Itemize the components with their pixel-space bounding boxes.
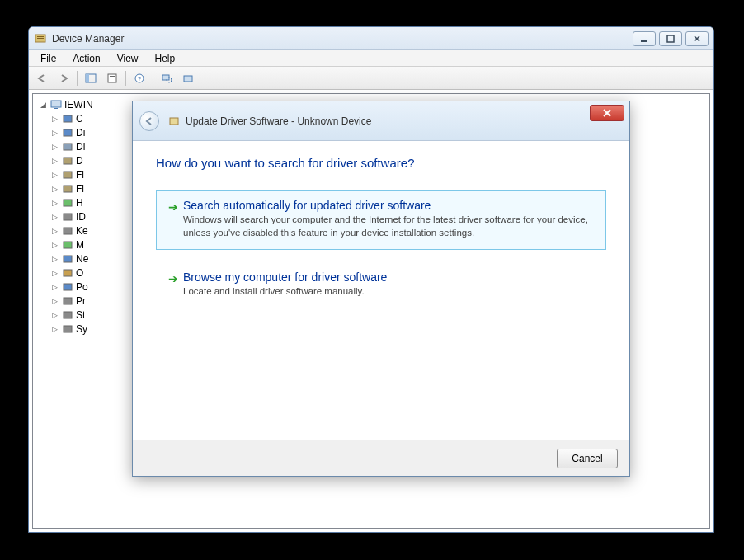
maximize-button[interactable] xyxy=(659,31,682,46)
device-icon xyxy=(167,115,181,128)
option-title: Browse my computer for driver software xyxy=(183,271,594,284)
devmgr-icon xyxy=(34,32,47,45)
svg-rect-30 xyxy=(64,298,72,304)
category-icon xyxy=(61,225,74,237)
tree-node-label: Pr xyxy=(76,295,86,307)
devmgr-title: Device Manager xyxy=(52,33,633,45)
collapse-icon[interactable]: ◢ xyxy=(38,101,48,109)
cancel-button[interactable]: Cancel xyxy=(557,449,618,468)
svg-rect-17 xyxy=(64,115,72,122)
update-driver-wizard: Update Driver Software - Unknown Device … xyxy=(132,101,630,477)
menu-file[interactable]: File xyxy=(32,51,64,66)
wizard-question: How do you want to search for driver sof… xyxy=(156,156,606,170)
expand-icon[interactable]: ▷ xyxy=(49,297,59,305)
computer-icon xyxy=(49,99,63,111)
svg-rect-14 xyxy=(184,76,192,82)
tree-node-label: Fl xyxy=(76,169,84,181)
tree-node-label: D xyxy=(76,155,83,167)
tree-node-label: O xyxy=(76,267,83,279)
update-button[interactable] xyxy=(178,69,198,87)
svg-rect-33 xyxy=(170,118,178,125)
svg-rect-23 xyxy=(64,200,72,206)
svg-rect-3 xyxy=(641,40,647,42)
svg-rect-4 xyxy=(667,35,674,42)
category-icon xyxy=(61,155,74,167)
expand-icon[interactable]: ▷ xyxy=(49,241,59,249)
show-hide-tree-button[interactable] xyxy=(81,69,101,87)
category-icon xyxy=(61,309,74,321)
scan-button[interactable] xyxy=(157,69,177,87)
tree-node-label: H xyxy=(76,197,83,209)
category-icon xyxy=(61,239,74,251)
properties-button[interactable] xyxy=(102,69,122,87)
wizard-title: Update Driver Software - Unknown Device xyxy=(186,115,371,127)
option-desc: Windows will search your computer and th… xyxy=(183,214,594,239)
close-button[interactable] xyxy=(685,31,709,46)
svg-rect-9 xyxy=(110,78,115,78)
expand-icon[interactable]: ▷ xyxy=(49,269,59,277)
expand-icon[interactable]: ▷ xyxy=(49,171,59,179)
svg-text:?: ? xyxy=(138,75,142,82)
menu-view[interactable]: View xyxy=(109,51,147,66)
menu-action[interactable]: Action xyxy=(64,51,108,66)
category-icon xyxy=(61,323,74,335)
expand-icon[interactable]: ▷ xyxy=(49,157,59,165)
expand-icon[interactable]: ▷ xyxy=(49,129,59,137)
arrow-icon: ➔ xyxy=(168,199,183,239)
expand-icon[interactable]: ▷ xyxy=(49,143,59,151)
devmgr-titlebar: Device Manager xyxy=(29,27,713,50)
devmgr-toolbar: ? xyxy=(29,67,713,90)
expand-icon[interactable]: ▷ xyxy=(49,227,59,235)
expand-icon[interactable]: ▷ xyxy=(49,213,59,221)
expand-icon[interactable]: ▷ xyxy=(49,325,59,333)
minimize-button[interactable] xyxy=(633,31,656,46)
devmgr-menubar: File Action View Help xyxy=(29,50,713,67)
tree-node-label: Fl xyxy=(76,183,84,195)
window-controls xyxy=(633,31,709,46)
tree-node-label: ID xyxy=(76,211,86,223)
tree-root-label: IEWIN xyxy=(64,99,93,111)
expand-icon[interactable]: ▷ xyxy=(49,115,59,123)
svg-rect-16 xyxy=(54,108,58,109)
tree-node-label: Di xyxy=(76,127,85,139)
forward-button[interactable] xyxy=(54,69,73,87)
help-button[interactable]: ? xyxy=(129,69,149,87)
svg-rect-29 xyxy=(64,284,72,290)
svg-rect-18 xyxy=(64,129,72,136)
svg-rect-28 xyxy=(64,270,72,276)
expand-icon[interactable]: ▷ xyxy=(49,283,59,291)
wizard-body: How do you want to search for driver sof… xyxy=(133,141,629,440)
svg-rect-20 xyxy=(64,158,72,164)
svg-rect-2 xyxy=(37,38,44,39)
tree-node-label: M xyxy=(76,239,84,251)
option-browse-computer[interactable]: ➔ Browse my computer for driver software… xyxy=(156,261,606,309)
category-icon xyxy=(61,281,74,293)
category-icon xyxy=(61,295,74,307)
expand-icon[interactable]: ▷ xyxy=(49,311,59,319)
wizard-footer: Cancel xyxy=(133,440,629,476)
option-search-automatically[interactable]: ➔ Search automatically for updated drive… xyxy=(156,190,606,250)
svg-rect-15 xyxy=(51,101,61,107)
expand-icon[interactable]: ▷ xyxy=(49,199,59,207)
wizard-close-button[interactable] xyxy=(590,105,624,121)
expand-icon[interactable]: ▷ xyxy=(49,185,59,193)
category-icon xyxy=(61,253,74,265)
wizard-header: Update Driver Software - Unknown Device xyxy=(133,101,629,141)
svg-rect-25 xyxy=(64,228,72,234)
category-icon xyxy=(61,113,74,125)
svg-rect-21 xyxy=(64,172,72,178)
tree-node-label: Ne xyxy=(76,253,88,265)
category-icon xyxy=(61,267,74,279)
category-icon xyxy=(61,127,74,139)
expand-icon[interactable]: ▷ xyxy=(49,255,59,263)
svg-rect-31 xyxy=(64,312,72,318)
svg-rect-24 xyxy=(64,214,72,220)
option-title: Search automatically for updated driver … xyxy=(183,199,594,212)
svg-rect-26 xyxy=(64,242,72,248)
menu-help[interactable]: Help xyxy=(147,51,184,66)
category-icon xyxy=(61,197,74,209)
svg-rect-1 xyxy=(37,36,44,37)
back-button[interactable] xyxy=(32,69,52,87)
option-desc: Locate and install driver software manua… xyxy=(183,285,594,299)
tree-node-label: St xyxy=(76,309,85,321)
